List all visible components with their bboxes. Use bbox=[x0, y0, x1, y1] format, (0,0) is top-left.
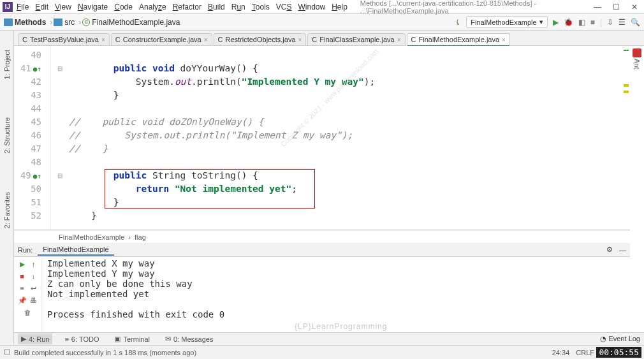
nav-toolbar: Methods › src › CFinalMethodExample.java… bbox=[0, 14, 644, 31]
java-icon: C bbox=[82, 18, 90, 26]
menu-refactor[interactable]: Refactor bbox=[173, 3, 201, 11]
run-label: Run: bbox=[18, 246, 33, 254]
code-line[interactable] bbox=[69, 48, 630, 62]
close-tab-icon[interactable]: × bbox=[397, 36, 401, 43]
tab-todo[interactable]: ≡ 6: TODO bbox=[61, 334, 102, 344]
menu-view[interactable]: View bbox=[55, 3, 71, 11]
crumb-class[interactable]: FinalMethodExample bbox=[59, 233, 124, 241]
breadcrumb-root[interactable]: Methods bbox=[4, 18, 46, 27]
java-icon: C bbox=[22, 36, 27, 43]
stop-icon[interactable]: ■ bbox=[590, 18, 595, 27]
menu-navigate[interactable]: Navigate bbox=[78, 3, 108, 11]
menu-vcs[interactable]: VCS bbox=[276, 3, 292, 11]
toolwindow-structure[interactable]: 2: Structure bbox=[3, 117, 11, 154]
code-line[interactable]: System.out.println("Implemented Y my way… bbox=[69, 75, 630, 89]
ant-icon[interactable] bbox=[633, 48, 641, 57]
menu-file[interactable]: File bbox=[17, 3, 29, 11]
build-icon[interactable]: ⤹ bbox=[455, 18, 461, 27]
close-tab-icon[interactable]: × bbox=[101, 36, 105, 43]
tab-terminal[interactable]: ▣ Terminal bbox=[111, 333, 153, 344]
breadcrumb-file[interactable]: CFinalMethodExample.java bbox=[82, 18, 180, 27]
coverage-icon[interactable]: ◧ bbox=[578, 18, 585, 27]
menu-run[interactable]: Run bbox=[231, 3, 245, 11]
java-icon: C bbox=[115, 36, 121, 43]
close-tab-icon[interactable]: × bbox=[204, 36, 208, 43]
java-icon: C bbox=[312, 36, 317, 43]
pin-icon[interactable]: 📌 bbox=[17, 296, 27, 305]
run-icon[interactable]: ▶ bbox=[553, 18, 559, 27]
hide-icon[interactable]: — bbox=[619, 246, 626, 254]
toolwindow-toggle-icon[interactable]: ☐ bbox=[4, 348, 10, 356]
close-icon[interactable]: ✕ bbox=[631, 3, 638, 11]
menu-build[interactable]: Build bbox=[208, 3, 225, 11]
java-icon: C bbox=[218, 36, 223, 43]
code-line[interactable]: } bbox=[69, 209, 630, 223]
line-gutter: 4041●↑4243444546474849●↑505152 bbox=[14, 46, 51, 230]
close-tab-icon[interactable]: × bbox=[502, 36, 506, 43]
folder-icon bbox=[54, 18, 62, 26]
print-icon[interactable]: 🖶 bbox=[29, 296, 38, 305]
folder-icon bbox=[4, 18, 13, 26]
close-tab-icon[interactable]: × bbox=[298, 36, 302, 43]
code-line[interactable]: } bbox=[69, 89, 630, 102]
code-line[interactable]: // } bbox=[69, 142, 630, 156]
menu-help[interactable]: Help bbox=[332, 3, 348, 11]
trash-icon[interactable]: 🗑 bbox=[23, 308, 33, 317]
debug-icon[interactable]: 🐞 bbox=[564, 18, 573, 27]
code-line[interactable]: // public void doZOnlyOneWay() { bbox=[69, 115, 630, 129]
crumb-member[interactable]: flag bbox=[135, 233, 146, 241]
run-config-dropdown[interactable]: FinalMethodExample▾ bbox=[466, 16, 547, 28]
line-separator[interactable]: CRLF bbox=[576, 349, 594, 356]
tab-messages[interactable]: ✉ 0: Messages bbox=[162, 333, 216, 344]
code-line[interactable]: // System.out.println("Implement Z my wa… bbox=[69, 129, 630, 142]
editor-tab[interactable]: CConstructorExample.java× bbox=[111, 33, 212, 45]
editor-tab[interactable]: CFinalMethodExample.java× bbox=[407, 33, 510, 46]
error-stripe[interactable] bbox=[624, 46, 629, 230]
code-area[interactable]: public void doYYourWay() { System.out.pr… bbox=[69, 46, 630, 230]
override-gutter-icon[interactable]: ●↑ bbox=[33, 65, 41, 73]
run-tab[interactable]: FinalMethodExample bbox=[38, 244, 113, 256]
editor-tab[interactable]: CRestrictedObjects.java× bbox=[214, 33, 307, 45]
chevron-icon: › bbox=[50, 18, 52, 27]
rerun-icon[interactable]: ▶ bbox=[17, 260, 27, 268]
menu-edit[interactable]: Edit bbox=[35, 3, 48, 11]
down-icon[interactable]: ↓ bbox=[29, 272, 38, 281]
structure-icon[interactable]: ☰ bbox=[618, 18, 626, 27]
toolbar-right: ⤹ FinalMethodExample▾ ▶ 🐞 ◧ ■ | ⇩ ☰ 🔍 bbox=[455, 16, 640, 28]
editor-tab[interactable]: CTestPassByValue.java× bbox=[18, 33, 110, 45]
toolwindow-ant[interactable]: Ant bbox=[633, 59, 641, 70]
app-icon: IJ bbox=[3, 2, 13, 12]
menu-tools[interactable]: Tools bbox=[252, 3, 270, 11]
tab-run[interactable]: ▶ 4: Run bbox=[18, 333, 52, 344]
editor-tab[interactable]: CFinalClassExample.java× bbox=[307, 33, 405, 45]
caret-position[interactable]: 24:34 bbox=[552, 349, 570, 356]
gear-icon[interactable]: ⚙ bbox=[606, 245, 613, 254]
minimize-icon[interactable]: — bbox=[594, 3, 601, 11]
code-line[interactable] bbox=[69, 156, 630, 169]
editor-breadcrumbs: FinalMethodExample › flag bbox=[14, 230, 630, 243]
code-editor[interactable]: 4041●↑4243444546474849●↑505152 ⊟⊟ public… bbox=[14, 46, 630, 230]
code-line[interactable] bbox=[69, 102, 630, 115]
chevron-icon: › bbox=[128, 233, 131, 241]
layout-icon[interactable]: ≡ bbox=[17, 284, 27, 293]
search-icon[interactable]: 🔍 bbox=[631, 18, 640, 27]
override-gutter-icon[interactable]: ●↑ bbox=[33, 172, 41, 180]
up-icon[interactable]: ↑ bbox=[29, 260, 38, 268]
wrap-icon[interactable]: ↩ bbox=[29, 284, 38, 293]
highlight-box bbox=[105, 169, 315, 209]
lp-logo: {LP}LearnProgramming bbox=[295, 322, 387, 331]
fold-column: ⊟⊟ bbox=[51, 46, 69, 230]
java-icon: C bbox=[411, 36, 416, 43]
toolwindow-project[interactable]: 1: Project bbox=[3, 50, 11, 79]
breadcrumb-src[interactable]: src bbox=[54, 18, 75, 27]
code-line[interactable]: public void doYYourWay() { bbox=[69, 62, 630, 75]
menu-code[interactable]: Code bbox=[114, 3, 133, 11]
toolwindow-favorites[interactable]: 2: Favorites bbox=[3, 192, 11, 228]
menu-analyze[interactable]: Analyze bbox=[139, 3, 166, 11]
maximize-icon[interactable]: ☐ bbox=[613, 3, 620, 11]
event-log[interactable]: ◔ Event Log bbox=[600, 335, 640, 343]
menu-window[interactable]: Window bbox=[298, 3, 325, 11]
update-icon[interactable]: ⇩ bbox=[607, 18, 613, 27]
window-title: Methods [...\current-java-certification-… bbox=[360, 0, 594, 15]
stop-run-icon[interactable]: ■ bbox=[17, 272, 27, 281]
